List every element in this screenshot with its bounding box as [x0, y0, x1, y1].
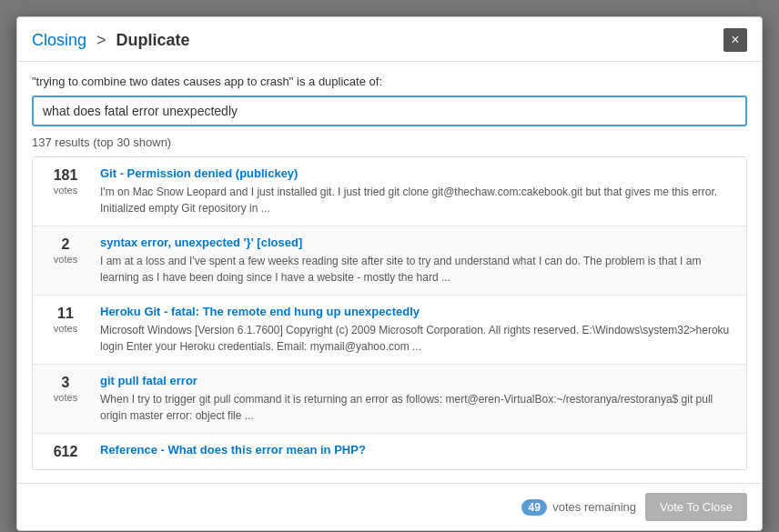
vote-number: 11: [57, 306, 74, 321]
result-content: Reference - What does this error mean in…: [100, 443, 735, 460]
vote-to-close-button[interactable]: Vote To Close: [645, 493, 747, 521]
search-input[interactable]: [32, 95, 747, 126]
result-title-link[interactable]: syntax error, unexpected '}' [closed]: [100, 236, 735, 249]
modal-dialog: Closing > Duplicate × "trying to combine…: [16, 16, 763, 531]
vote-label: votes: [54, 323, 77, 334]
votes-remaining-badge: 49: [521, 499, 547, 516]
closing-link[interactable]: Closing: [32, 31, 86, 49]
results-count: 137 results (top 30 shown): [32, 136, 747, 149]
table-row: 11votesHeroku Git - fatal: The remote en…: [33, 296, 746, 365]
modal-header: Closing > Duplicate ×: [17, 17, 762, 62]
modal-body: "trying to combine two dates causes app …: [17, 62, 762, 483]
close-button[interactable]: ×: [723, 28, 747, 52]
result-excerpt: When I try to trigger git pull command i…: [100, 391, 735, 424]
results-list: 181votesGit - Permission denied (publick…: [32, 156, 747, 470]
result-title-link[interactable]: Git - Permission denied (publickey): [100, 166, 735, 180]
title-separator: >: [96, 31, 106, 49]
vote-label: votes: [54, 254, 77, 265]
duplicate-label: "trying to combine two dates causes app …: [32, 75, 747, 88]
vote-count: 11votes: [44, 305, 87, 334]
result-title-link[interactable]: git pull fatal error: [100, 374, 735, 387]
vote-count: 2votes: [44, 236, 87, 265]
table-row: 3votesgit pull fatal errorWhen I try to …: [33, 365, 746, 434]
result-excerpt: Microsoft Windows [Version 6.1.7600] Cop…: [100, 322, 735, 355]
table-row: 181votesGit - Permission denied (publick…: [33, 157, 746, 226]
vote-count: 181votes: [44, 166, 87, 196]
vote-label: votes: [54, 392, 77, 403]
table-row: 612Reference - What does this error mean…: [33, 434, 746, 469]
result-title-link[interactable]: Heroku Git - fatal: The remote end hung …: [100, 305, 735, 318]
table-row: 2votessyntax error, unexpected '}' [clos…: [33, 226, 746, 296]
result-content: syntax error, unexpected '}' [closed]I a…: [100, 236, 735, 286]
result-excerpt: I am at a loss and I've spent a few week…: [100, 253, 735, 286]
vote-number: 612: [54, 445, 78, 459]
vote-number: 3: [62, 376, 70, 390]
votes-remaining-container: 49 votes remaining: [521, 499, 636, 516]
modal-footer: 49 votes remaining Vote To Close: [17, 483, 762, 530]
duplicate-title-text: Duplicate: [116, 31, 190, 49]
vote-number: 2: [62, 237, 70, 252]
vote-label: votes: [54, 185, 77, 196]
modal-title: Closing > Duplicate: [32, 31, 190, 50]
result-content: Heroku Git - fatal: The remote end hung …: [100, 305, 735, 355]
result-excerpt: I'm on Mac Snow Leopard and I just insta…: [100, 184, 735, 216]
result-title-link[interactable]: Reference - What does this error mean in…: [100, 443, 735, 457]
vote-count: 3votes: [44, 374, 87, 403]
result-content: Git - Permission denied (publickey)I'm o…: [100, 166, 735, 216]
votes-remaining-label: votes remaining: [552, 500, 636, 514]
vote-number: 181: [54, 168, 78, 183]
vote-count: 612: [44, 443, 87, 459]
result-content: git pull fatal errorWhen I try to trigge…: [100, 374, 735, 424]
